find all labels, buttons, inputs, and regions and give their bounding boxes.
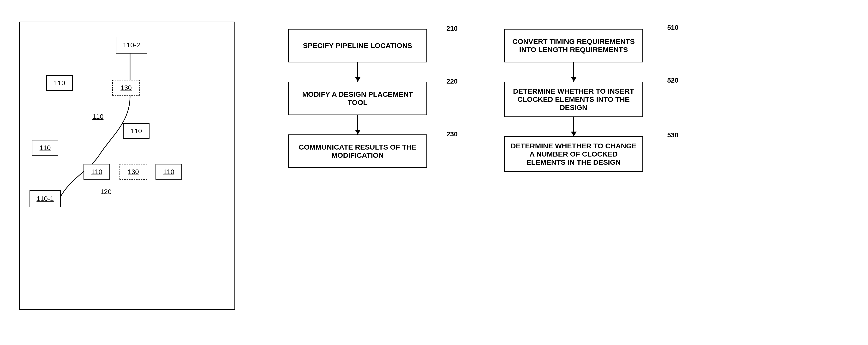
block-110-a: 110 — [46, 75, 73, 91]
flow-arrow-3 — [573, 62, 574, 82]
block-110-e: 110 — [84, 164, 110, 180]
flow-box-230: COMMUNICATE RESULTS OF THE MODIFICATION … — [288, 135, 427, 168]
flow-arrow-1 — [357, 62, 358, 82]
flow-arrow-2 — [357, 115, 358, 135]
left-diagram: 110-2 110 130 110 110 110 110 130 — [19, 22, 235, 310]
flow-ref-210: 210 — [446, 25, 458, 32]
middle-flowchart: SPECIFY PIPELINE LOCATIONS 210 MODIFY A … — [264, 15, 451, 168]
flow-text-510: CONVERT TIMING REQUIREMENTS INTO LENGTH … — [509, 37, 638, 54]
flow-box-510: CONVERT TIMING REQUIREMENTS INTO LENGTH … — [504, 29, 643, 62]
flow-text-530: DETERMINE WHETHER TO CHANGE A NUMBER OF … — [509, 142, 638, 166]
flow-text-520: DETERMINE WHETHER TO INSERT CLOCKED ELEM… — [509, 87, 638, 112]
flow-box-530: DETERMINE WHETHER TO CHANGE A NUMBER OF … — [504, 136, 643, 172]
block-130-a: 130 — [112, 80, 140, 95]
flow-box-210: SPECIFY PIPELINE LOCATIONS 210 — [288, 29, 427, 62]
flow-text-220: MODIFY A DESIGN PLACEMENT TOOL — [293, 90, 422, 107]
flow-box-220: MODIFY A DESIGN PLACEMENT TOOL 220 — [288, 82, 427, 115]
flow-ref-230: 230 — [446, 131, 458, 138]
block-110-f: 110 — [156, 164, 182, 180]
page-container: 110-2 110 130 110 110 110 110 130 — [0, 0, 868, 345]
block-130-b: 130 — [120, 164, 147, 180]
block-110-1: 110-1 — [30, 191, 61, 207]
label-120: 120 — [100, 188, 112, 196]
flow-ref-220: 220 — [446, 78, 458, 85]
flow-arrow-4 — [573, 117, 574, 136]
flow-ref-510: 510 — [667, 24, 678, 31]
flow-box-520: DETERMINE WHETHER TO INSERT CLOCKED ELEM… — [504, 82, 643, 117]
block-110-d: 110 — [32, 140, 58, 155]
flow-text-210: SPECIFY PIPELINE LOCATIONS — [303, 41, 412, 50]
flow-ref-520: 520 — [667, 77, 678, 84]
flow-ref-530: 530 — [667, 131, 678, 139]
right-flowchart: CONVERT TIMING REQUIREMENTS INTO LENGTH … — [480, 15, 667, 172]
flow-text-230: COMMUNICATE RESULTS OF THE MODIFICATION — [293, 143, 422, 160]
block-110-b: 110 — [85, 109, 111, 124]
block-110-2: 110-2 — [116, 37, 147, 54]
block-110-c: 110 — [123, 123, 150, 139]
